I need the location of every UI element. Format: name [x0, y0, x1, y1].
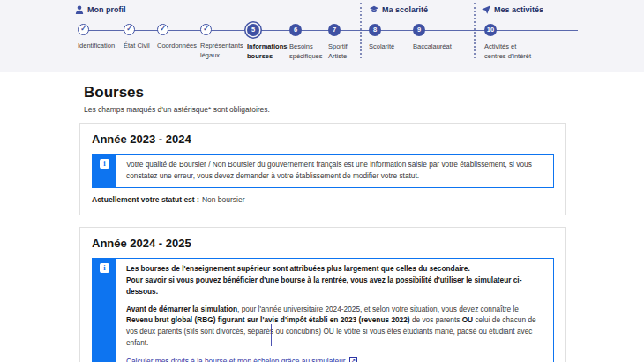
info-icon: i [100, 263, 109, 273]
section-label: Ma scolarité [382, 5, 428, 14]
step-label: Activités et centres d'intérêt [484, 42, 539, 61]
info-line-1: Les bourses de l'enseignement supérieur … [126, 263, 543, 275]
step-number-circle: 10 [484, 24, 497, 36]
check-icon: ✓ [80, 25, 86, 33]
step-identification[interactable]: ✓ Identification [78, 24, 124, 51]
status-value: Non boursier [202, 195, 245, 204]
step-number-circle: 5 [247, 24, 259, 36]
info-line-2: Pour savoir si vous pouvez bénéficier d'… [126, 275, 543, 298]
step-label: Informations bourses [247, 42, 293, 61]
paper-plane-icon [482, 5, 490, 14]
required-fields-note: Les champs marqués d'un astérisque* sont… [84, 105, 270, 114]
step-sportif-artiste: 7 Sportif Artiste [328, 24, 358, 61]
step-label: Scolarité [369, 42, 415, 52]
step-label: Coordonnées [157, 41, 203, 51]
section-header-mon-profil: Mon profil [75, 5, 126, 14]
step-done-circle: ✓ [200, 24, 212, 35]
status-label: Actuellement votre statut est : [92, 195, 199, 204]
paragraph-text: , pour l'année universitaire 2024-2025, … [237, 305, 519, 313]
step-number: 6 [294, 26, 297, 34]
simulator-link-row: Calculer mes droits à la bourse et mon é… [126, 356, 543, 362]
stepper-band: Mon profil Ma scolarité Mes activités ✓ … [0, 0, 644, 72]
info-callout: i Les bourses de l'enseignement supérieu… [92, 258, 554, 362]
step-number-circle: 7 [328, 24, 341, 36]
card-annee-2024-2025: Année 2024 - 2025 i Les bourses de l'ens… [79, 227, 566, 362]
section-divider [474, 3, 476, 58]
paragraph-bold-lead: Avant de démarrer la simulation [126, 305, 237, 313]
section-header-ma-scolarite: Ma scolarité [370, 5, 428, 14]
page-title: Bourses [84, 84, 144, 102]
simulator-link[interactable]: Calculer mes droits à la bourse et mon é… [126, 357, 346, 362]
check-icon: ✓ [203, 25, 209, 33]
step-done-circle: ✓ [157, 24, 168, 35]
paragraph-bold-rbg: Revenu brut global (RBG) figurant sur l'… [126, 315, 410, 324]
step-done-circle: ✓ [78, 24, 89, 35]
graduation-cap-icon [370, 5, 378, 14]
callout-text: Les bourses de l'enseignement supérieur … [116, 259, 553, 362]
callout-blue-bar: i [93, 155, 116, 187]
status-line: Actuellement votre statut est :Non bours… [92, 195, 554, 204]
step-coordonnees[interactable]: ✓ Coordonnées [157, 24, 203, 51]
step-number-circle: 6 [289, 24, 302, 36]
step-representants-legaux[interactable]: ✓ Représentants légaux [200, 24, 253, 60]
section-divider [360, 3, 362, 58]
step-number: 9 [417, 26, 421, 34]
check-icon: ✓ [126, 25, 132, 33]
external-link-icon: ↗ [349, 357, 357, 362]
step-number-circle: 9 [413, 24, 425, 36]
check-icon: ✓ [160, 25, 166, 33]
card-title: Année 2023 - 2024 [92, 132, 554, 146]
callout-blue-bar: i [93, 259, 116, 362]
paragraph-text: de vos parents [410, 315, 462, 324]
callout-text: Votre qualité de Boursier / Non Boursier… [116, 155, 553, 187]
section-header-mes-activites: Mes activités [482, 5, 543, 14]
step-label: Représentants légaux [200, 41, 253, 60]
simulation-paragraph: Avant de démarrer la simulation, pour l'… [126, 304, 543, 349]
card-annee-2023-2024: Année 2023 - 2024 i Votre qualité de Bou… [79, 123, 566, 215]
step-label: Baccalauréat [413, 42, 459, 52]
section-label: Mes activités [494, 5, 543, 14]
section-label: Mon profil [87, 5, 126, 14]
step-informations-bourses[interactable]: 5 Informations bourses [247, 24, 293, 61]
step-number: 10 [487, 26, 494, 34]
step-number: 7 [333, 26, 336, 34]
user-icon [75, 5, 84, 14]
info-callout: i Votre qualité de Boursier / Non Boursi… [92, 154, 554, 188]
paragraph-bold-ou: OU [462, 315, 473, 324]
step-number-circle: 8 [369, 24, 381, 36]
step-activites-centres-interet: 10 Activités et centres d'intérêt [484, 24, 539, 61]
step-number: 8 [373, 26, 377, 34]
step-done-circle: ✓ [124, 24, 135, 35]
card-title: Année 2024 - 2025 [92, 237, 554, 250]
step-number: 5 [251, 26, 255, 34]
info-icon: i [100, 159, 109, 169]
step-baccalaureat: 9 Baccalauréat [413, 24, 459, 52]
text-cursor [271, 324, 272, 346]
step-label: Identification [78, 41, 124, 51]
step-label: Sportif Artiste [328, 42, 358, 61]
step-scolarite: 8 Scolarité [369, 24, 415, 52]
